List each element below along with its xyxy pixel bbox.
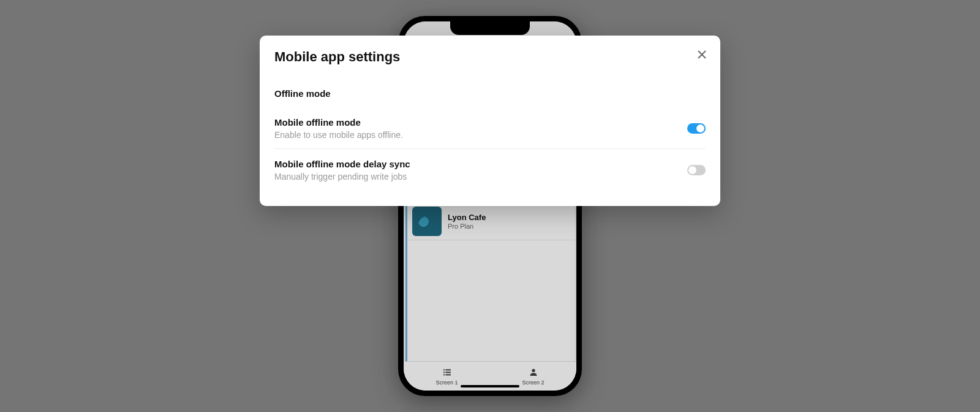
- setting-label: Mobile offline mode: [274, 117, 403, 128]
- setting-desc: Manually trigger pending write jobs: [274, 172, 410, 181]
- setting-desc: Enable to use mobile apps offline.: [274, 130, 403, 140]
- setting-row-offline-mode: Mobile offline mode Enable to use mobile…: [274, 112, 706, 148]
- close-button[interactable]: [696, 49, 708, 61]
- toggle-delay-sync[interactable]: [687, 165, 706, 175]
- settings-modal: Mobile app settings Offline mode Mobile …: [260, 36, 720, 206]
- modal-overlay[interactable]: Mobile app settings Offline mode Mobile …: [0, 0, 980, 412]
- setting-row-delay-sync: Mobile offline mode delay sync Manually …: [274, 148, 706, 190]
- modal-title: Mobile app settings: [274, 49, 706, 65]
- close-icon: [698, 50, 706, 61]
- toggle-offline-mode[interactable]: [687, 123, 706, 134]
- section-title: Offline mode: [274, 88, 706, 99]
- setting-label: Mobile offline mode delay sync: [274, 159, 410, 169]
